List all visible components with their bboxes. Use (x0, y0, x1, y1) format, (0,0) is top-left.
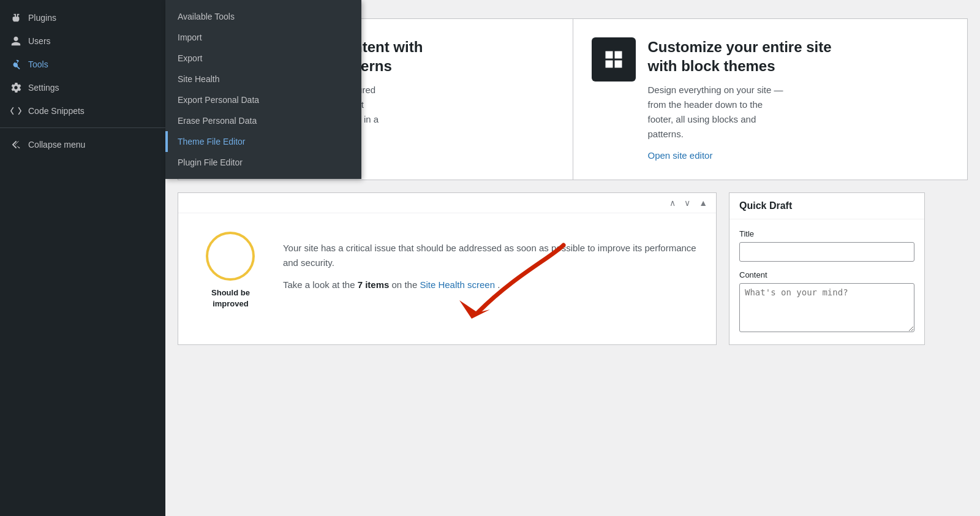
users-icon (10, 35, 22, 47)
health-desc-suffix: . (497, 279, 500, 290)
sidebar-item-collapse[interactable]: Collapse menu (0, 133, 165, 156)
site-health-screen-link[interactable]: Site Health screen (420, 279, 495, 290)
health-desc-critical: Your site has a critical issue that shou… (283, 241, 698, 270)
site-health-widget: ∧ ∨ ▲ Should be improved Your site has a… (178, 192, 717, 345)
bottom-row: ∧ ∨ ▲ Should be improved Your site has a… (178, 192, 968, 345)
widget-down-btn[interactable]: ∨ (682, 197, 693, 209)
sidebar-separator (0, 127, 165, 128)
health-circle (206, 232, 255, 281)
sidebar-item-code-snippets-label: Code Snippets (28, 106, 85, 116)
sidebar-item-tools-label: Tools (28, 59, 48, 69)
sidebar-item-users-label: Users (28, 36, 51, 46)
sidebar-item-plugins-label: Plugins (28, 13, 56, 23)
quick-draft-widget: Quick Draft Title Content (729, 192, 925, 345)
submenu-item-erase-personal-data[interactable]: Erase Personal Data (165, 110, 361, 131)
health-desc-middle: on the (392, 279, 420, 290)
submenu-item-plugin-file-editor[interactable]: Plugin File Editor (165, 152, 361, 173)
code-icon (10, 105, 22, 117)
health-status-text: Should be improved (211, 288, 250, 308)
tools-submenu: Available Tools Import Export Site Healt… (165, 0, 361, 179)
submenu-item-export[interactable]: Export (165, 48, 361, 69)
health-desc-prefix: Take a look at the (283, 279, 358, 290)
widget-up-btn[interactable]: ∧ (667, 197, 678, 209)
feature-card-themes-text: Customize your entire sitewith block the… (648, 37, 832, 161)
submenu-item-import[interactable]: Import (165, 27, 361, 48)
collapse-icon (10, 138, 22, 151)
health-items-count: 7 items (358, 279, 390, 290)
submenu-item-export-personal-data[interactable]: Export Personal Data (165, 89, 361, 110)
sidebar: Plugins Users Tools Settings (0, 0, 165, 516)
title-input[interactable] (739, 242, 914, 262)
content-textarea[interactable] (739, 283, 914, 332)
sidebar-item-plugins[interactable]: Plugins (0, 6, 165, 29)
plugin-icon (10, 12, 22, 24)
sidebar-item-settings[interactable]: Settings (0, 76, 165, 99)
sidebar-item-collapse-label: Collapse menu (28, 140, 85, 150)
open-site-editor-link[interactable]: Open site editor (648, 150, 713, 161)
health-desc-items: Take a look at the 7 items on the Site H… (283, 278, 698, 292)
sidebar-item-users[interactable]: Users (0, 29, 165, 53)
sidebar-item-tools[interactable]: Tools (0, 53, 165, 76)
widget-header: ∧ ∨ ▲ (178, 193, 716, 213)
themes-icon-box (592, 37, 636, 82)
tools-icon (10, 58, 22, 70)
widget-collapse-btn[interactable]: ▲ (696, 197, 710, 209)
feature-card-themes: Customize your entire sitewith block the… (573, 19, 968, 180)
content-label: Content (739, 270, 914, 279)
feature-card-themes-desc: Design everything on your site —from the… (648, 83, 832, 142)
title-label: Title (739, 229, 914, 238)
submenu-item-site-health[interactable]: Site Health (165, 69, 361, 89)
quick-draft-body: Title Content (729, 219, 924, 344)
sidebar-item-settings-label: Settings (28, 83, 59, 93)
submenu-item-available-tools[interactable]: Available Tools (165, 6, 361, 27)
quick-draft-header: Quick Draft (729, 193, 924, 219)
settings-icon (10, 82, 22, 94)
feature-card-themes-title: Customize your entire sitewith block the… (648, 37, 832, 75)
health-left: Should be improved (197, 232, 265, 309)
health-desc: Your site has a critical issue that shou… (283, 241, 698, 300)
submenu-item-theme-file-editor[interactable]: Theme File Editor (165, 131, 361, 152)
sidebar-item-code-snippets[interactable]: Code Snippets (0, 99, 165, 123)
widget-body: Should be improved Your site has a criti… (178, 213, 716, 327)
health-status: Should be improved (197, 287, 265, 309)
